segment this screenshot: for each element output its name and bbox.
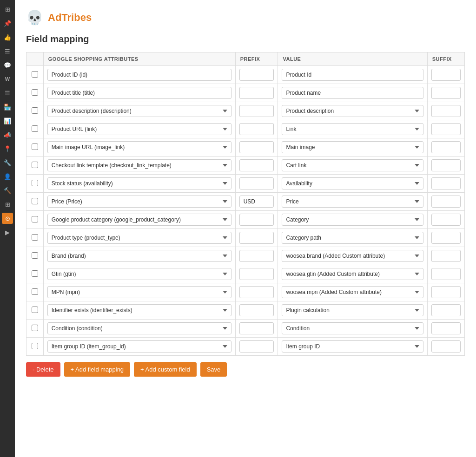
bubble-icon[interactable]: 💬 <box>2 59 13 71</box>
row-checkbox-11[interactable] <box>32 252 38 259</box>
woo-icon[interactable]: W <box>2 73 13 85</box>
row-checkbox-4[interactable] <box>32 125 38 132</box>
prefix-input-8[interactable] <box>239 196 274 208</box>
row-checkbox-5[interactable] <box>32 144 38 150</box>
value-select-12[interactable]: woosea gtin (Added Custom attribute) <box>282 268 423 280</box>
prefix-input-2[interactable] <box>239 87 274 99</box>
attribute-select-12[interactable]: Gtin (gtin) <box>47 268 231 280</box>
prefix-input-16[interactable] <box>239 340 274 353</box>
save-button[interactable]: Save <box>200 362 227 377</box>
suffix-input-4[interactable] <box>431 123 461 135</box>
suffix-input-2[interactable] <box>431 87 461 99</box>
prefix-input-1[interactable] <box>239 69 274 81</box>
value-select-10[interactable]: Category path <box>282 232 423 244</box>
row-checkbox-10[interactable] <box>32 234 38 241</box>
attribute-select-6[interactable]: Checkout link template (checkout_link_te… <box>47 159 231 171</box>
attribute-select-13[interactable]: MPN (mpn) <box>47 286 231 298</box>
delete-button[interactable]: - Delete <box>26 362 60 377</box>
value-select-9[interactable]: Category <box>282 214 423 226</box>
prefix-input-12[interactable] <box>239 268 274 280</box>
chart-icon[interactable]: 📊 <box>2 115 13 126</box>
attribute-select-15[interactable]: Condition (condition) <box>47 322 231 334</box>
value-select-16[interactable]: Item group ID <box>282 340 423 353</box>
suffix-input-5[interactable] <box>431 141 461 153</box>
attribute-select-8[interactable]: Price (Price) <box>47 196 231 208</box>
suffix-input-14[interactable] <box>431 304 461 316</box>
value-select-4[interactable]: Link <box>282 123 423 135</box>
row-checkbox-9[interactable] <box>32 216 38 222</box>
prefix-input-15[interactable] <box>239 322 274 334</box>
suffix-input-8[interactable] <box>431 196 461 208</box>
prefix-input-5[interactable] <box>239 141 274 153</box>
prefix-input-9[interactable] <box>239 214 274 226</box>
row-checkbox-3[interactable] <box>32 107 38 114</box>
attribute-input-2[interactable] <box>47 87 231 99</box>
suffix-input-11[interactable] <box>431 250 461 262</box>
suffix-input-7[interactable] <box>431 177 461 189</box>
suffix-input-6[interactable] <box>431 159 461 171</box>
add-custom-button[interactable]: + Add custom field <box>134 362 197 377</box>
row-checkbox-7[interactable] <box>32 180 38 186</box>
row-checkbox-13[interactable] <box>32 288 38 295</box>
grid-icon[interactable]: ⊞ <box>2 199 13 210</box>
prefix-input-3[interactable] <box>239 105 274 117</box>
wrench-icon[interactable]: 🔨 <box>2 185 13 196</box>
list-icon[interactable]: ☰ <box>2 46 13 57</box>
prefix-input-11[interactable] <box>239 250 274 262</box>
suffix-input-16[interactable] <box>431 340 461 353</box>
value-select-3[interactable]: Product description <box>282 105 423 117</box>
attribute-select-11[interactable]: Brand (brand) <box>47 250 231 262</box>
attribute-select-9[interactable]: Google product category (google_product_… <box>47 214 231 226</box>
pin2-icon[interactable]: 📍 <box>2 143 13 154</box>
attribute-select-5[interactable]: Main image URL (image_link) <box>47 141 231 153</box>
attribute-select-10[interactable]: Product type (product_type) <box>47 232 231 244</box>
store-icon[interactable]: 🏪 <box>2 101 13 112</box>
attribute-select-7[interactable]: Stock status (availability) <box>47 177 231 189</box>
suffix-input-3[interactable] <box>431 105 461 117</box>
value-select-13[interactable]: woosea mpn (Added Custom attribute) <box>282 286 423 298</box>
suffix-input-1[interactable] <box>431 69 461 81</box>
menu2-icon[interactable]: ☰ <box>2 87 13 98</box>
prefix-input-10[interactable] <box>239 232 274 244</box>
dashboard-icon[interactable]: ⊞ <box>2 4 13 15</box>
tool-icon[interactable]: 🔧 <box>2 157 13 168</box>
prefix-input-13[interactable] <box>239 286 274 298</box>
attribute-select-14[interactable]: Identifier exists (identifier_exists) <box>47 304 231 316</box>
active-icon[interactable]: ⊙ <box>2 213 13 224</box>
value-select-11[interactable]: woosea brand (Added Custom attribute) <box>282 250 423 262</box>
add-mapping-button[interactable]: + Add field mapping <box>64 362 131 377</box>
value-select-8[interactable]: Price <box>282 196 423 208</box>
value-input-1[interactable] <box>282 69 423 81</box>
row-checkbox-16[interactable] <box>32 343 38 349</box>
row-checkbox-14[interactable] <box>32 307 38 313</box>
attribute-select-3[interactable]: Product description (description) <box>47 105 231 117</box>
attribute-select-4[interactable]: Product URL (link) <box>47 123 231 135</box>
prefix-input-4[interactable] <box>239 123 274 135</box>
row-checkbox-15[interactable] <box>32 325 38 331</box>
value-select-5[interactable]: Main image <box>282 141 423 153</box>
suffix-input-13[interactable] <box>431 286 461 298</box>
value-select-6[interactable]: Cart link <box>282 159 423 171</box>
play-icon[interactable]: ▶ <box>2 227 13 238</box>
value-input-2[interactable] <box>282 87 423 99</box>
prefix-input-7[interactable] <box>239 177 274 189</box>
megaphone-icon[interactable]: 📣 <box>2 129 13 140</box>
value-select-14[interactable]: Plugin calculation <box>282 304 423 316</box>
row-checkbox-6[interactable] <box>32 162 38 168</box>
row-checkbox-2[interactable] <box>32 89 38 96</box>
person-icon[interactable]: 👤 <box>2 171 13 182</box>
prefix-input-6[interactable] <box>239 159 274 171</box>
value-select-7[interactable]: Availability <box>282 177 423 189</box>
row-checkbox-8[interactable] <box>32 198 38 204</box>
value-select-15[interactable]: Condition <box>282 322 423 334</box>
row-checkbox-1[interactable] <box>32 71 38 78</box>
attribute-input-1[interactable] <box>47 69 231 81</box>
pin-icon[interactable]: 📌 <box>2 18 13 29</box>
suffix-input-12[interactable] <box>431 268 461 280</box>
suffix-input-10[interactable] <box>431 232 461 244</box>
suffix-input-9[interactable] <box>431 214 461 226</box>
thumbs-icon[interactable]: 👍 <box>2 32 13 43</box>
prefix-input-14[interactable] <box>239 304 274 316</box>
row-checkbox-12[interactable] <box>32 270 38 277</box>
suffix-input-15[interactable] <box>431 322 461 334</box>
